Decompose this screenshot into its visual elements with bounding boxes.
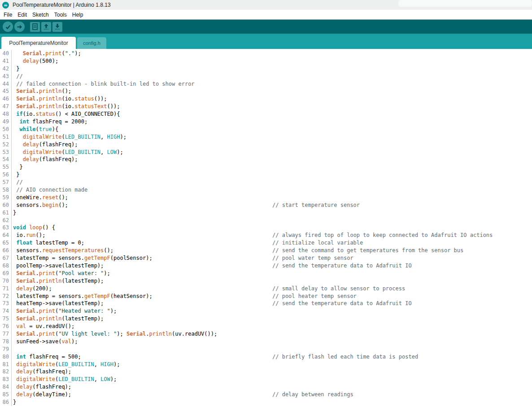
inline-comment: // pool water temp sensor xyxy=(272,255,353,261)
inline-comment: // briefly flash led each time data is p… xyxy=(272,354,418,360)
code-text: latestTemp = sensors.getTempF(poolSensor… xyxy=(12,254,353,262)
menu-edit[interactable]: Edit xyxy=(15,10,30,19)
code-line[interactable]: 46 Serial.println(io.status()); xyxy=(0,95,532,103)
code-line[interactable]: 65 float latestTemp = 0; // initialize l… xyxy=(0,239,532,247)
code-line[interactable]: 70 Serial.println(latestTemp); xyxy=(0,277,532,285)
open-button[interactable] xyxy=(41,22,51,32)
code-line[interactable]: 67 latestTemp = sensors.getTempF(poolSen… xyxy=(0,254,532,262)
menu-tools[interactable]: Tools xyxy=(52,10,70,19)
code-line[interactable]: 55 } xyxy=(0,163,532,171)
code-text: Serial.print("UV light level: "); Serial… xyxy=(12,330,217,338)
code-line[interactable]: 63void loop() { xyxy=(0,224,532,232)
code-line[interactable]: 48 if(io.status() < AIO_CONNECTED){ xyxy=(0,110,532,118)
code-line[interactable]: 62 xyxy=(0,217,532,224)
new-sketch-button[interactable] xyxy=(30,22,40,32)
line-number: 83 xyxy=(0,376,12,383)
code-line[interactable]: 80 int flashFreq = 500; // briefly flash… xyxy=(0,353,532,361)
code-line[interactable]: 61} xyxy=(0,209,532,217)
code-line[interactable]: 73 heatTemp->save(latestTemp); // send t… xyxy=(0,300,532,307)
code-text: delay(flashFreq); xyxy=(12,383,71,391)
code-line[interactable]: 53 digitalWrite(LED_BUILTIN, LOW); xyxy=(0,149,532,156)
code-line[interactable]: 76 val = uv.readUV(); xyxy=(0,323,532,330)
code-line[interactable]: 85 delay(delayTime); // delay between re… xyxy=(0,391,532,398)
code-line[interactable]: 72 latestTemp = sensors.getTempF(heatSen… xyxy=(0,293,532,300)
code-line[interactable]: 71 delay(200); // small delay to allow s… xyxy=(0,285,532,293)
code-line[interactable]: 45 Serial.println(); xyxy=(0,88,532,95)
code-text: void loop() { xyxy=(12,224,55,232)
tab-config-h[interactable]: config.h xyxy=(77,37,106,49)
code-line[interactable]: 57 // xyxy=(0,179,532,186)
code-text: } xyxy=(12,398,16,406)
code-line[interactable]: 60 sensors.begin(); // start temperature… xyxy=(0,201,532,209)
line-number: 58 xyxy=(0,186,12,194)
code-text xyxy=(12,217,13,224)
line-number: 62 xyxy=(0,217,12,224)
code-line[interactable]: 68 poolTemp->save(latestTemp); // send t… xyxy=(0,262,532,270)
code-text: digitalWrite(LED_BUILTIN, HIGH); xyxy=(12,361,120,368)
menu-file[interactable]: File xyxy=(1,10,15,19)
code-text: digitalWrite(LED_BUILTIN, LOW); xyxy=(12,376,117,383)
inline-comment: // always fired top of loop to keep conn… xyxy=(272,232,493,238)
code-text: val = uv.readUV(); xyxy=(12,323,74,330)
code-line[interactable]: 44 // failed connection - blink built-in… xyxy=(0,80,532,88)
code-line[interactable]: 41 delay(500); xyxy=(0,57,532,65)
code-line[interactable]: 40 Serial.print("."); xyxy=(0,50,532,57)
code-text: int flashFreq = 500; // briefly flash le… xyxy=(12,353,418,361)
line-number: 43 xyxy=(0,73,12,80)
code-text: } xyxy=(12,65,19,73)
line-number: 48 xyxy=(0,110,12,118)
line-number: 81 xyxy=(0,361,12,368)
code-line[interactable]: 81 digitalWrite(LED_BUILTIN, HIGH); xyxy=(0,361,532,368)
tab-label: config.h xyxy=(83,40,100,46)
code-line[interactable]: 83 digitalWrite(LED_BUILTIN, LOW); xyxy=(0,376,532,383)
arrow-down-icon xyxy=(54,23,61,30)
code-line[interactable]: 42 } xyxy=(0,65,532,73)
verify-button[interactable] xyxy=(3,22,13,32)
line-number: 67 xyxy=(0,254,12,262)
code-line[interactable]: 82 delay(flashFreq); xyxy=(0,368,532,376)
inline-comment: // send the command to get temperatures … xyxy=(272,247,463,254)
code-line[interactable]: 64 io.run(); // always fired top of loop… xyxy=(0,232,532,239)
code-text: // AIO connection made xyxy=(12,186,87,194)
code-text: Serial.println(io.statusText()); xyxy=(12,103,120,110)
code-line[interactable]: 74 Serial.print("Heated water: "); xyxy=(0,307,532,315)
code-line[interactable]: 78 sunFeed->save(val); xyxy=(0,338,532,346)
code-line[interactable]: 84 delay(flashFreq); xyxy=(0,383,532,391)
line-number: 86 xyxy=(0,398,12,406)
line-number: 72 xyxy=(0,293,12,300)
menu-sketch[interactable]: Sketch xyxy=(30,10,52,19)
line-number: 68 xyxy=(0,262,12,270)
code-line[interactable]: 49 int flashFreq = 2000; xyxy=(0,118,532,126)
code-line[interactable]: 54 delay(flashFreq); xyxy=(0,156,532,163)
code-line[interactable]: 59 oneWire.reset(); xyxy=(0,194,532,201)
code-line[interactable]: 66 sensors.requestTemperatures(); // sen… xyxy=(0,247,532,254)
upload-button[interactable] xyxy=(14,22,25,32)
code-line[interactable]: 86} xyxy=(0,398,532,406)
code-line[interactable]: 47 Serial.println(io.statusText()); xyxy=(0,103,532,110)
save-button[interactable] xyxy=(52,22,62,32)
code-line[interactable]: 77 Serial.print("UV light level: "); Ser… xyxy=(0,330,532,338)
code-text: // xyxy=(12,73,23,80)
line-number: 70 xyxy=(0,277,12,285)
code-text: if(io.status() < AIO_CONNECTED){ xyxy=(12,110,120,118)
code-editor[interactable]: 40 Serial.print(".");41 delay(500);42 }4… xyxy=(0,49,532,407)
code-line[interactable]: 51 digitalWrite(LED_BUILTIN, HIGH); xyxy=(0,133,532,141)
code-line[interactable]: 56 } xyxy=(0,171,532,179)
code-line[interactable]: 75 Serial.println(latestTemp); xyxy=(0,315,532,323)
code-line[interactable]: 52 delay(flashFreq); xyxy=(0,141,532,149)
code-text: Serial.print("Pool water: "); xyxy=(12,270,110,277)
tab-label: PoolTemperatureMonitor xyxy=(9,40,68,46)
line-number: 84 xyxy=(0,383,12,391)
code-line[interactable]: 58 // AIO connection made xyxy=(0,186,532,194)
code-text: delay(flashFreq); xyxy=(12,156,78,163)
menu-help[interactable]: Help xyxy=(70,10,86,19)
code-line[interactable]: 79 xyxy=(0,346,532,353)
line-number: 54 xyxy=(0,156,12,163)
code-text: } xyxy=(12,163,23,171)
code-line[interactable]: 69 Serial.print("Pool water: "); xyxy=(0,270,532,277)
code-line[interactable]: 50 while(true){ xyxy=(0,126,532,133)
code-line[interactable]: 43 // xyxy=(0,73,532,80)
code-text: Serial.print("Heated water: "); xyxy=(12,307,117,315)
tab-strip: PoolTemperatureMonitor config.h xyxy=(0,34,532,49)
tab-pooltemperaturemonitor[interactable]: PoolTemperatureMonitor xyxy=(1,37,76,49)
